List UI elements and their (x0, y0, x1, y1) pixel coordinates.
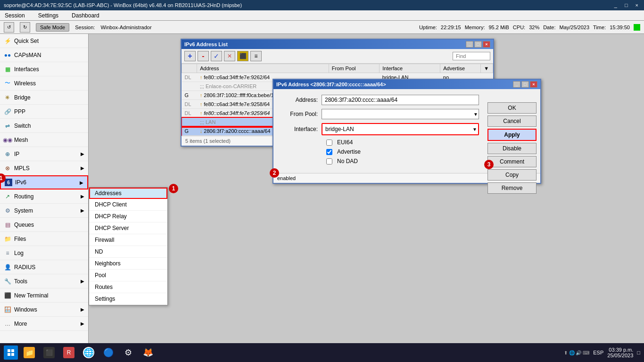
menu-item-firewall[interactable]: Firewall (89, 234, 167, 246)
flag-button[interactable]: ⬛ (237, 51, 248, 61)
ipv6-list-close[interactable]: × (483, 41, 490, 48)
remove-button[interactable]: - (198, 51, 209, 61)
form-row-no-dad: No DAD (326, 158, 479, 165)
sidebar-item-capsman[interactable]: ●● CAPsMAN (0, 48, 88, 62)
start-button[interactable] (4, 346, 18, 360)
ipv6-list-minimize[interactable]: _ (466, 41, 473, 48)
sidebar-item-queues[interactable]: ▤ Queues (0, 218, 88, 232)
menu-item-neighbors[interactable]: Neighbors (89, 258, 167, 270)
quick-set-icon: ⚡ (4, 37, 11, 45)
sidebar-item-windows[interactable]: 🪟 Windows ▶ (0, 303, 88, 317)
badge-3-overlay: 3 (484, 160, 494, 169)
remove-button[interactable]: Remove (487, 182, 537, 194)
from-pool-select[interactable] (322, 109, 479, 119)
menu-item-pool[interactable]: Pool (89, 270, 167, 281)
disable-button[interactable]: Disable (487, 143, 537, 154)
sidebar-item-system[interactable]: ⚙ System ▶ (0, 204, 88, 218)
ipv6-form-minimize[interactable]: _ (513, 81, 520, 88)
ok-button[interactable]: OK (487, 102, 537, 114)
taskbar-app-settings[interactable]: ⚙ (120, 344, 137, 361)
minimize-button[interactable]: _ (612, 2, 619, 8)
taskbar-app-firefox[interactable]: 🦊 (140, 344, 157, 361)
address-input[interactable] (322, 95, 479, 105)
sidebar-item-files[interactable]: 📁 Files (0, 232, 88, 246)
sidebar-item-wireless[interactable]: 〜 Wireless (0, 76, 88, 90)
sidebar-label-interfaces: Interfaces (14, 66, 39, 73)
menu-item-addresses[interactable]: Addresses (89, 188, 167, 199)
row-flag: DL (182, 109, 197, 118)
advertise-checkbox[interactable] (326, 149, 332, 155)
tools-arrow-icon: ▶ (81, 279, 84, 284)
maximize-button[interactable]: □ (623, 2, 630, 8)
sidebar-label-files: Files (14, 236, 26, 242)
sidebar-item-tools[interactable]: 🔧 Tools ▶ (0, 274, 88, 288)
col-address[interactable]: Address (197, 64, 329, 73)
no-dad-checkbox[interactable] (326, 158, 332, 165)
sidebar-item-ip[interactable]: ⊕ IP ▶ (0, 147, 88, 161)
col-interface[interactable]: Interface (380, 64, 440, 73)
ipv6-form-maximize[interactable]: □ (521, 81, 529, 88)
taskbar-app-routeros[interactable]: R (60, 344, 77, 361)
interface-select[interactable]: bridge-LAN (322, 124, 478, 134)
col-flag[interactable] (182, 64, 197, 73)
menu-item-settings[interactable]: Settings (89, 293, 167, 305)
comment-button[interactable]: Comment (487, 156, 537, 167)
sidebar-item-radius[interactable]: 👤 RADIUS (0, 260, 88, 274)
sidebar-item-more[interactable]: … More ▶ (0, 317, 88, 331)
close-button[interactable]: × (634, 2, 640, 8)
eui64-checkbox[interactable] (326, 140, 332, 146)
menu-item-dhcp-relay[interactable]: DHCP Relay (89, 211, 167, 222)
sidebar-item-ipv6[interactable]: 6 IPv6 1 ▶ (0, 175, 88, 189)
ipv6-form-close[interactable]: × (530, 81, 537, 88)
language-indicator: ESP (593, 350, 603, 355)
sidebar-item-new-terminal[interactable]: ⬛ New Terminal (0, 288, 88, 303)
row-flag: G (182, 91, 197, 100)
sidebar-label-radius: RADIUS (14, 264, 35, 271)
sidebar-item-bridge[interactable]: ⛯ Bridge (0, 90, 88, 105)
nav-back-button[interactable]: ↺ (4, 22, 14, 33)
sidebar-item-quick-set[interactable]: ⚡ Quick Set (0, 34, 88, 48)
taskbar-app-chrome[interactable]: 🌐 (80, 344, 97, 361)
apply-button[interactable]: Apply (487, 129, 537, 141)
sidebar-label-more: More (14, 321, 27, 327)
taskbar-app-edge[interactable]: 🔵 (100, 344, 117, 361)
sidebar-item-mesh[interactable]: ◉◉ Mesh (0, 133, 88, 147)
sidebar-item-switch[interactable]: ⇌ Switch (0, 119, 88, 133)
col-from-pool[interactable]: From Pool (329, 64, 380, 73)
sidebar-item-ppp[interactable]: 🔗 PPP (0, 105, 88, 119)
filter-button[interactable]: ≡ (250, 51, 262, 61)
sidebar-item-log[interactable]: ≡ Log (0, 246, 88, 260)
menu-session[interactable]: Session (2, 11, 28, 20)
menu-settings[interactable]: Settings (35, 11, 61, 20)
date-value: May/25/2023 (559, 25, 589, 30)
enable-button[interactable]: ✓ (211, 51, 222, 61)
menubar: Session Settings Dashboard (0, 10, 644, 21)
add-button[interactable]: + (184, 51, 196, 61)
ipv6-form-window-controls: _ □ × (513, 81, 537, 88)
ipv6-form-titlebar: IPv6 Address <2806:3f7:a200:cccc::aaaa/6… (273, 80, 540, 89)
notification-icon[interactable]: □ (637, 350, 640, 355)
col-advertise[interactable]: Advertise (440, 64, 481, 73)
titlebar-title: soporte@C4:AD:34:7E:92:5C (LAB-ISP-ABC) … (4, 2, 242, 8)
disable-button[interactable]: ✕ (224, 51, 235, 61)
status-info: Uptime: 22:29:15 Memory: 95.2 MiB CPU: 3… (419, 24, 640, 31)
find-input[interactable] (453, 52, 490, 60)
sidebar-item-interfaces[interactable]: ▦ Interfaces (0, 62, 88, 76)
sidebar-label-mpls: MPLS (14, 165, 30, 172)
menu-item-routes[interactable]: Routes (89, 281, 167, 293)
ipv6-list-maximize[interactable]: □ (474, 41, 482, 48)
cancel-button[interactable]: Cancel (487, 115, 537, 127)
date-label: Date: (543, 25, 555, 30)
sidebar-item-routing[interactable]: ↗ Routing ▶ (0, 189, 88, 204)
routing-arrow-icon: ▶ (81, 194, 84, 199)
menu-item-dhcp-client[interactable]: DHCP Client (89, 199, 167, 211)
nav-forward-button[interactable]: ↻ (20, 22, 30, 33)
sidebar-item-mpls[interactable]: ⊗ MPLS ▶ (0, 161, 88, 175)
taskbar-app-explorer[interactable]: 📁 (21, 344, 38, 361)
taskbar-app-terminal[interactable]: ⬛ (41, 344, 58, 361)
menu-item-dhcp-server[interactable]: DHCP Server (89, 222, 167, 234)
menu-item-nd[interactable]: ND (89, 246, 167, 258)
routing-icon: ↗ (4, 193, 11, 200)
menu-dashboard[interactable]: Dashboard (69, 11, 102, 20)
copy-button[interactable]: Copy (487, 169, 537, 181)
